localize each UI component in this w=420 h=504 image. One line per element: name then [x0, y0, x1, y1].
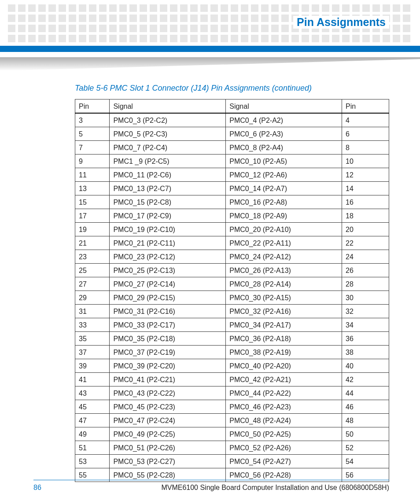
table-cell: PMC0_54 (P2-A27)	[226, 455, 342, 468]
table-cell: PMC0_32 (P2-A16)	[226, 305, 342, 318]
col-header-pin-right: Pin	[342, 99, 389, 114]
table-cell: PMC0_46 (P2-A23)	[226, 400, 342, 414]
table-cell: 9	[75, 155, 110, 168]
table-cell: PMC0_43 (P2-C22)	[110, 386, 226, 400]
col-header-signal-left: Signal	[110, 99, 226, 114]
table-cell: 31	[75, 305, 110, 318]
table-row: 53PMC0_53 (P2-C27)PMC0_54 (P2-A27)54	[75, 455, 389, 468]
document-title: MVME6100 Single Board Computer Installat…	[161, 484, 389, 492]
table-cell: PMC0_13 (P2-C7)	[110, 182, 226, 195]
table-cell: 5	[75, 127, 110, 141]
table-cell: PMC0_28 (P2-A14)	[226, 277, 342, 291]
table-cell: PMC0_14 (P2-A7)	[226, 182, 342, 195]
table-cell: PMC0_16 (P2-A8)	[226, 195, 342, 209]
table-cell: 51	[75, 441, 110, 455]
table-row: 21PMC0_21 (P2-C11)PMC0_22 (P2-A11)22	[75, 236, 389, 250]
table-cell: 50	[342, 427, 389, 441]
table-cell: PMC0_3 (P2-C2)	[110, 113, 226, 127]
table-cell: PMC0_5 (P2-C3)	[110, 127, 226, 141]
table-cell: 24	[342, 250, 389, 264]
table-cell: PMC1 _9 (P2-C5)	[110, 155, 226, 168]
table-cell: PMC0_30 (P2-A15)	[226, 291, 342, 305]
table-row: 15PMC0_15 (P2-C8)PMC0_16 (P2-A8)16	[75, 195, 389, 209]
table-cell: 36	[342, 332, 389, 346]
table-cell: 39	[75, 359, 110, 373]
table-cell: 12	[342, 168, 389, 182]
table-cell: 18	[342, 209, 389, 223]
table-row: 9PMC1 _9 (P2-C5)PMC0_10 (P2-A5)10	[75, 155, 389, 168]
table-cell: PMC0_26 (P2-A13)	[226, 264, 342, 277]
table-cell: PMC0_49 (P2-C25)	[110, 427, 226, 441]
table-cell: PMC0_15 (P2-C8)	[110, 195, 226, 209]
table-cell: PMC0_47 (P2-C24)	[110, 414, 226, 427]
header-blue-bar	[0, 46, 420, 52]
table-cell: PMC0_10 (P2-A5)	[226, 155, 342, 168]
table-cell: PMC0_20 (P2-A10)	[226, 223, 342, 236]
table-cell: 32	[342, 305, 389, 318]
table-cell: 29	[75, 291, 110, 305]
table-cell: 54	[342, 455, 389, 468]
table-cell: 45	[75, 400, 110, 414]
table-cell: 30	[342, 291, 389, 305]
table-cell: PMC0_38 (P2-A19)	[226, 346, 342, 359]
table-cell: 49	[75, 427, 110, 441]
table-cell: PMC0_25 (P2-C13)	[110, 264, 226, 277]
table-cell: PMC0_41 (P2-C21)	[110, 373, 226, 386]
table-row: 33PMC0_33 (P2-C17)PMC0_34 (P2-A17)34	[75, 318, 389, 332]
table-cell: PMC0_44 (P2-A22)	[226, 386, 342, 400]
table-cell: 34	[342, 318, 389, 332]
table-row: 29PMC0_29 (P2-C15)PMC0_30 (P2-A15)30	[75, 291, 389, 305]
table-row: 13PMC0_13 (P2-C7)PMC0_14 (P2-A7)14	[75, 182, 389, 195]
table-cell: PMC0_37 (P2-C19)	[110, 346, 226, 359]
table-cell: PMC0_7 (P2-C4)	[110, 141, 226, 155]
table-cell: PMC0_34 (P2-A17)	[226, 318, 342, 332]
page-footer: 86 MVME6100 Single Board Computer Instal…	[33, 480, 389, 492]
pin-assignments-table: Pin Signal Signal Pin 3PMC0_3 (P2-C2)PMC…	[75, 99, 389, 482]
header-gray-wedge	[0, 57, 420, 70]
table-cell: PMC0_45 (P2-C23)	[110, 400, 226, 414]
table-cell: 27	[75, 277, 110, 291]
table-row: 5PMC0_5 (P2-C3)PMC0_6 (P2-A3)6	[75, 127, 389, 141]
table-cell: PMC0_40 (P2-A20)	[226, 359, 342, 373]
table-cell: 16	[342, 195, 389, 209]
table-cell: 41	[75, 373, 110, 386]
table-cell: 52	[342, 441, 389, 455]
table-row: 35PMC0_35 (P2-C18)PMC0_36 (P2-A18)36	[75, 332, 389, 346]
table-cell: 40	[342, 359, 389, 373]
table-cell: PMC0_29 (P2-C15)	[110, 291, 226, 305]
table-header-row: Pin Signal Signal Pin	[75, 99, 389, 114]
table-cell: 23	[75, 250, 110, 264]
table-row: 3PMC0_3 (P2-C2)PMC0_4 (P2-A2)4	[75, 113, 389, 127]
table-cell: 25	[75, 264, 110, 277]
table-cell: 28	[342, 277, 389, 291]
table-row: 49PMC0_49 (P2-C25)PMC0_50 (P2-A25)50	[75, 427, 389, 441]
table-cell: 7	[75, 141, 110, 155]
table-cell: PMC0_18 (P2-A9)	[226, 209, 342, 223]
table-row: 7PMC0_7 (P2-C4)PMC0_8 (P2-A4)8	[75, 141, 389, 155]
table-cell: 14	[342, 182, 389, 195]
table-cell: 38	[342, 346, 389, 359]
table-cell: 48	[342, 414, 389, 427]
table-cell: PMC0_39 (P2-C20)	[110, 359, 226, 373]
table-row: 51PMC0_51 (P2-C26)PMC0_52 (P2-A26)52	[75, 441, 389, 455]
table-cell: PMC0_6 (P2-A3)	[226, 127, 342, 141]
table-cell: PMC0_42 (P2-A21)	[226, 373, 342, 386]
page-section-title: Pin Assignments	[293, 16, 389, 29]
table-row: 19PMC0_19 (P2-C10)PMC0_20 (P2-A10)20	[75, 223, 389, 236]
table-row: 23PMC0_23 (P2-C12)PMC0_24 (P2-A12)24	[75, 250, 389, 264]
table-cell: 10	[342, 155, 389, 168]
table-cell: PMC0_24 (P2-A12)	[226, 250, 342, 264]
table-cell: 47	[75, 414, 110, 427]
table-cell: PMC0_4 (P2-A2)	[226, 113, 342, 127]
table-cell: 17	[75, 209, 110, 223]
table-cell: 37	[75, 346, 110, 359]
col-header-pin-left: Pin	[75, 99, 110, 114]
table-cell: 22	[342, 236, 389, 250]
col-header-signal-right: Signal	[226, 99, 342, 114]
table-row: 47PMC0_47 (P2-C24)PMC0_48 (P2-A24)48	[75, 414, 389, 427]
table-cell: 26	[342, 264, 389, 277]
table-cell: 35	[75, 332, 110, 346]
table-cell: PMC0_36 (P2-A18)	[226, 332, 342, 346]
table-row: 37PMC0_37 (P2-C19)PMC0_38 (P2-A19)38	[75, 346, 389, 359]
table-cell: 15	[75, 195, 110, 209]
